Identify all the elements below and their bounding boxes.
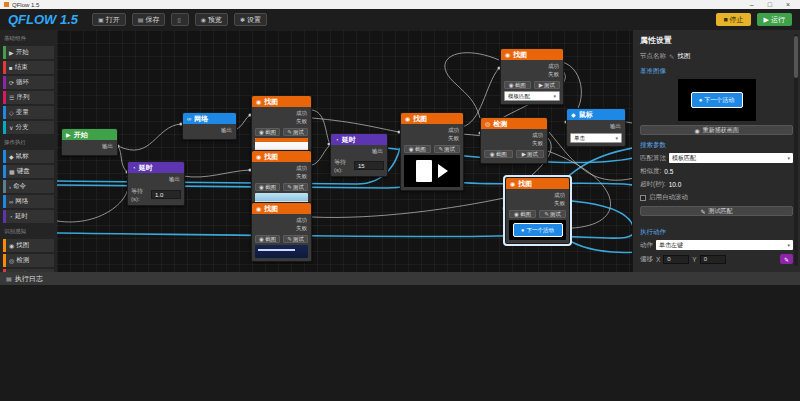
node-network[interactable]: ∞网络 输出 [182,112,237,140]
action-select[interactable]: 单击左键▾ [656,240,793,250]
node-start[interactable]: ▶开始 输出 [61,128,118,156]
test-button[interactable]: ✎测试 [283,183,308,191]
node-findimage-1[interactable]: ◉找图 成功 失败 ◉截图 ✎测试 [251,95,312,155]
folder-open-icon: ▣ [98,16,104,23]
test-button[interactable]: ✎测试 [283,128,308,136]
node-delay-1[interactable]: ◔延时 输出 等待(s): 1.0 [127,161,185,206]
panel-scrollbar[interactable] [794,34,798,266]
preview-button[interactable]: ◉预览 [195,13,228,26]
app-logo: QFLOW 1.5 [8,12,78,27]
match-algorithm-select[interactable]: 模板匹配▾ [669,153,793,163]
node-findimage-6-selected[interactable]: ◉找图 成功 失败 ◉截图 ✎测试 ●下一个活动 [505,177,570,244]
log-bar[interactable]: ▤ 执行日志 [0,272,800,285]
sidebar-section-actions: 操作执行 [0,136,57,148]
panel-title: 属性设置 [640,35,793,46]
offset-x-label: X [656,256,660,263]
play-icon: ▶ [522,151,526,157]
video-template-thumbnail [404,155,460,187]
node-name-value[interactable]: 找图 [677,52,690,61]
offset-x-input[interactable]: 0 [663,255,689,264]
offset-edit-button[interactable]: ✎ [780,254,793,264]
stop-button[interactable]: ■停止 [716,13,750,26]
port-success: 成功 [554,192,565,199]
node-detect[interactable]: ◎检测 成功 失败 ◉截图 ▶测试 [480,117,548,164]
timeout-value[interactable]: 10.0 [669,181,682,188]
auto-scroll-checkbox[interactable] [640,195,646,201]
node-findimage-2[interactable]: ◉找图 成功 失败 ◉截图 ✎测试 [251,150,312,210]
section-base-image: 基准图像 [640,67,793,76]
log-title: 执行日志 [15,274,43,284]
capture-button[interactable]: ◉截图 [255,235,280,243]
detect-icon: ◎ [485,120,490,127]
sidebar-item-start[interactable]: ▶开始 [3,46,54,59]
close-button[interactable]: × [786,0,790,9]
keyboard-icon: ▦ [9,168,15,175]
port-output: 输出 [610,123,621,130]
test-button[interactable]: ▶测试 [534,81,561,89]
play-icon [438,164,448,178]
scrollbar-thumb[interactable] [794,36,798,78]
port-output: 输出 [102,143,113,150]
offset-y-input[interactable]: 0 [700,255,726,264]
wait-input[interactable]: 15 [354,161,384,170]
node-findimage-3[interactable]: ◉找图 成功 失败 ◉截图 ✎测试 [251,202,312,262]
settings-button[interactable]: ✱设置 [234,13,267,26]
test-button[interactable]: ✎测试 [434,145,461,153]
open-button[interactable]: ▣打开 [92,13,126,26]
capture-button[interactable]: ◉截图 [484,150,513,158]
node-findimage-5[interactable]: ◉找图 成功 失败 ◉截图 ▶测试 模板匹配▾ [500,48,564,105]
recapture-button[interactable]: ◉重新捕获画面 [640,125,793,135]
template-thumbnail [255,245,308,258]
maximize-button[interactable]: □ [768,0,772,9]
node-delay-2[interactable]: ◔延时 输出 等待(s): 15 [330,133,388,177]
capture-button[interactable]: ◉截图 [255,128,280,136]
sidebar-item-network[interactable]: ∞网络 [3,195,54,208]
sidebar-item-mouse[interactable]: ◆鼠标 [3,150,54,163]
chevron-down-icon: ▾ [615,135,618,141]
port-output: 输出 [221,127,232,134]
sidebar-item-end[interactable]: ■结束 [3,61,54,74]
similarity-value[interactable]: 0.5 [664,168,673,175]
test-button[interactable]: ✎测试 [283,235,308,243]
sidebar-item-sequence[interactable]: ☰序列 [3,91,54,104]
sidebar-item-command[interactable]: ›命令 [3,180,54,193]
capture-button[interactable]: ◉截图 [504,81,531,89]
capture-button[interactable]: ◉截图 [404,145,431,153]
capture-button[interactable]: ◉截图 [255,183,280,191]
click-type-select[interactable]: 单击▾ [570,133,622,143]
port-fail: 失败 [296,173,307,180]
node-findimage-4[interactable]: ◉找图 成功 失败 ◉截图 ✎测试 [400,112,464,191]
clear-button[interactable]: ▯ [171,13,188,26]
test-match-button[interactable]: ✎测试匹配 [640,206,793,216]
sidebar-item-loop[interactable]: ⟳循环 [3,76,54,89]
camera-icon: ◉ [509,82,514,88]
sidebar-item-variable[interactable]: ◇变量 [3,106,54,119]
port-success: 成功 [296,217,307,224]
action-label: 动作 [640,241,653,250]
test-button[interactable]: ▶测试 [516,150,545,158]
flow-canvas[interactable]: ▶开始 输出 ∞网络 输出 ◔延时 输出 等待(s): 1.0 ◔延时 输出 [57,30,632,272]
match-algorithm-label: 匹配算法 [640,154,666,163]
template-preview[interactable]: ●下一个活动 [678,79,756,121]
node-mouse[interactable]: ◆鼠标 输出 单击▾ [566,108,626,147]
minimize-button[interactable]: – [750,0,754,9]
save-button[interactable]: ▤保存 [132,13,166,26]
chevron-down-icon: ▾ [787,155,790,161]
sidebar-item-findimage[interactable]: ◉找图 [3,239,54,252]
sidebar-item-delay[interactable]: ◔延时 [3,210,54,223]
match-mode-select[interactable]: 模板匹配▾ [504,91,560,101]
camera-icon: ◉ [694,127,699,134]
sidebar-section-vision: 识别感知 [0,225,57,237]
template-thumbnail: ●下一个活动 [509,220,566,240]
wait-input[interactable]: 1.0 [151,190,181,199]
run-button[interactable]: ▶运行 [757,13,792,26]
log-icon: ▤ [6,275,12,282]
next-activity-thumb: ●下一个活动 [513,223,563,237]
sidebar-item-detect[interactable]: ◎检测 [3,254,54,267]
camera-icon: ◉ [505,51,510,58]
test-button[interactable]: ✎测试 [539,210,566,218]
sidebar-item-keyboard[interactable]: ▦键盘 [3,165,54,178]
camera-icon: ◉ [256,98,261,105]
capture-button[interactable]: ◉截图 [509,210,536,218]
sidebar-item-branch[interactable]: ∨分支 [3,121,54,134]
